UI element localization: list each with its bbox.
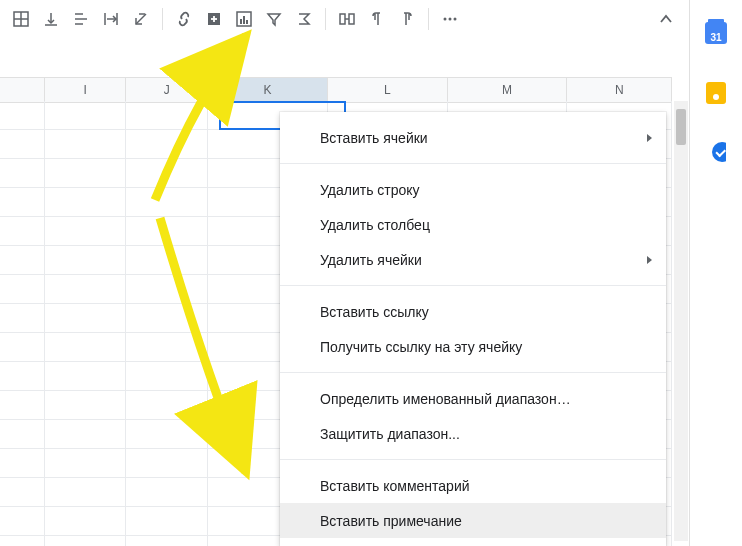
- cell[interactable]: [45, 217, 127, 245]
- ltr-icon[interactable]: [363, 5, 391, 33]
- cell[interactable]: [45, 362, 127, 390]
- toolbar-separator: [428, 8, 429, 30]
- cell[interactable]: [126, 536, 208, 546]
- cell[interactable]: [126, 362, 208, 390]
- cell[interactable]: [0, 478, 45, 506]
- submenu-arrow-icon: [647, 134, 652, 142]
- scrollbar-thumb[interactable]: [676, 109, 686, 145]
- svg-rect-16: [246, 20, 248, 24]
- chart-icon[interactable]: [230, 5, 258, 33]
- cell[interactable]: [45, 333, 127, 361]
- menu-item[interactable]: Удалить столбец: [280, 207, 666, 242]
- merge-icon[interactable]: [333, 5, 361, 33]
- cell[interactable]: [126, 507, 208, 535]
- cell[interactable]: [45, 420, 127, 448]
- cell[interactable]: [126, 275, 208, 303]
- column-header-N[interactable]: N: [567, 78, 672, 102]
- svg-point-20: [444, 18, 447, 21]
- cell[interactable]: [126, 304, 208, 332]
- valign-icon[interactable]: [37, 5, 65, 33]
- column-header-M[interactable]: M: [448, 78, 568, 102]
- cell[interactable]: [126, 159, 208, 187]
- cell[interactable]: [0, 217, 45, 245]
- cell[interactable]: [126, 478, 208, 506]
- functions-icon[interactable]: [290, 5, 318, 33]
- cell[interactable]: [45, 246, 127, 274]
- cell[interactable]: [0, 304, 45, 332]
- menu-item[interactable]: Защитить диапазон...: [280, 416, 666, 451]
- halign-icon[interactable]: [67, 5, 95, 33]
- toolbar-separator: [325, 8, 326, 30]
- cell[interactable]: [0, 420, 45, 448]
- column-header-L[interactable]: L: [328, 78, 448, 102]
- cell[interactable]: [0, 536, 45, 546]
- svg-point-21: [449, 18, 452, 21]
- cell[interactable]: [45, 101, 127, 129]
- cell[interactable]: [0, 275, 45, 303]
- cell[interactable]: [126, 333, 208, 361]
- cell[interactable]: [0, 130, 45, 158]
- context-menu: Вставить ячейкиУдалить строкуУдалить сто…: [280, 112, 666, 546]
- column-header-J[interactable]: J: [126, 78, 208, 102]
- column-header-I[interactable]: I: [45, 78, 127, 102]
- vertical-scrollbar[interactable]: [674, 101, 688, 541]
- cell[interactable]: [45, 536, 127, 546]
- menu-separator: [280, 285, 666, 286]
- cell[interactable]: [0, 188, 45, 216]
- collapse-toolbar-icon[interactable]: [652, 5, 680, 33]
- cell[interactable]: [0, 246, 45, 274]
- svg-rect-17: [340, 14, 345, 24]
- menu-item[interactable]: Вставить примечание: [280, 503, 666, 538]
- menu-item[interactable]: Получить ссылку на эту ячейку: [280, 329, 666, 364]
- cell[interactable]: [126, 188, 208, 216]
- filter-icon[interactable]: [260, 5, 288, 33]
- cell[interactable]: [0, 507, 45, 535]
- cell[interactable]: [126, 101, 208, 129]
- rotate-icon[interactable]: [127, 5, 155, 33]
- svg-rect-18: [349, 14, 354, 24]
- menu-item[interactable]: Определить именованный диапазон…: [280, 381, 666, 416]
- more-icon[interactable]: [436, 5, 464, 33]
- cell[interactable]: [0, 362, 45, 390]
- cell[interactable]: [45, 478, 127, 506]
- cell[interactable]: [0, 333, 45, 361]
- menu-item[interactable]: Удалить строку: [280, 172, 666, 207]
- cell[interactable]: [0, 449, 45, 477]
- cell[interactable]: [45, 391, 127, 419]
- cell[interactable]: [45, 304, 127, 332]
- cell[interactable]: [0, 159, 45, 187]
- menu-item[interactable]: Удалить ячейки: [280, 242, 666, 277]
- rtl-icon[interactable]: [393, 5, 421, 33]
- wrap-icon[interactable]: [97, 5, 125, 33]
- menu-item[interactable]: Вставить ссылку: [280, 294, 666, 329]
- cell[interactable]: [126, 130, 208, 158]
- tasks-icon[interactable]: [706, 142, 726, 162]
- submenu-arrow-icon: [647, 256, 652, 264]
- cell[interactable]: [45, 275, 127, 303]
- cell[interactable]: [45, 449, 127, 477]
- add-comment-icon[interactable]: [200, 5, 228, 33]
- cell[interactable]: [45, 188, 127, 216]
- cell[interactable]: [126, 420, 208, 448]
- cell[interactable]: [45, 507, 127, 535]
- column-header-row: IJKLMN: [0, 77, 672, 103]
- link-icon[interactable]: [170, 5, 198, 33]
- cell[interactable]: [0, 101, 45, 129]
- cell[interactable]: [126, 246, 208, 274]
- column-header-K[interactable]: K: [208, 78, 328, 102]
- keep-icon[interactable]: [706, 82, 726, 104]
- cell[interactable]: [126, 217, 208, 245]
- cell[interactable]: [126, 391, 208, 419]
- cell[interactable]: [126, 449, 208, 477]
- cell[interactable]: [45, 130, 127, 158]
- svg-rect-14: [240, 19, 242, 24]
- svg-rect-15: [243, 16, 245, 24]
- calendar-icon[interactable]: 31: [705, 22, 727, 44]
- toolbar-separator: [162, 8, 163, 30]
- cell[interactable]: [45, 159, 127, 187]
- toolbar: [0, 0, 684, 38]
- cell[interactable]: [0, 391, 45, 419]
- menu-item[interactable]: Вставить комментарий: [280, 468, 666, 503]
- menu-item[interactable]: Вставить ячейки: [280, 120, 666, 155]
- borders-icon[interactable]: [7, 5, 35, 33]
